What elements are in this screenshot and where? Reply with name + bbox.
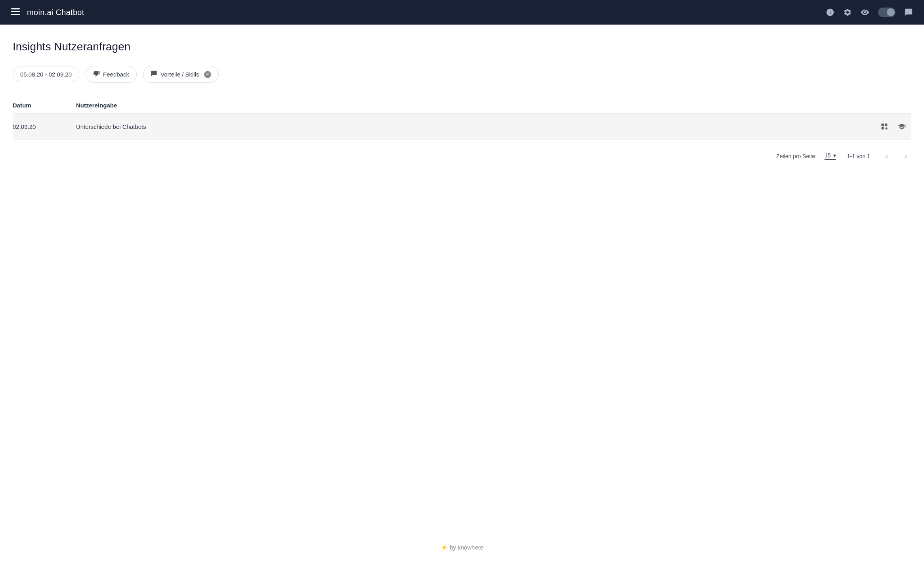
brand-title: moin.ai Chatbot [27,8,84,17]
feedback-label: Feedback [103,71,129,78]
footer: ⚡ by knowhere [0,536,924,563]
svg-rect-0 [11,8,20,10]
page-title: Insights Nutzeranfragen [13,40,911,53]
feedback-chip[interactable]: Feedback [86,66,137,83]
next-page-button[interactable]: › [900,151,911,162]
settings-icon[interactable] [843,8,852,17]
zeilen-dropdown-icon: ▾ [833,152,836,159]
table-header: Datum Nutzereingabe [13,99,911,114]
row-actions [878,120,911,133]
lightning-icon: ⚡ [441,544,448,551]
zeilen-pro-seite-label: Zeilen pro Seite: [776,153,817,159]
navbar-left: moin.ai Chatbot [11,7,84,17]
table-row: 02.09.20 Unterschiede bei Chatbots [13,114,911,140]
prev-page-button[interactable]: ‹ [881,151,892,162]
footer-text: by knowhere [450,544,483,551]
vorteile-skills-chip[interactable]: Vorteile / Skills ✕ [143,66,219,83]
date-range-chip[interactable]: 05.08.20 - 02.09.20 [13,67,79,82]
column-header-datum: Datum [13,102,76,109]
column-header-nutzereingabe: Nutzereingabe [76,102,911,109]
navbar: moin.ai Chatbot [0,0,924,25]
menu-icon[interactable] [11,7,20,17]
thumbs-down-icon [93,70,100,79]
vorteile-skills-close-icon[interactable]: ✕ [204,71,211,78]
vorteile-skills-label: Vorteile / Skills [160,71,199,78]
svg-rect-2 [11,14,20,15]
zeilen-value: 15 [825,152,831,159]
date-range-label: 05.08.20 - 02.09.20 [20,71,72,78]
svg-rect-4 [885,124,888,126]
data-table: Datum Nutzereingabe 02.09.20 Unterschied… [13,99,911,140]
svg-rect-5 [882,127,884,130]
toggle-switch[interactable] [878,8,895,17]
row-nutzereingabe: Unterschiede bei Chatbots [76,123,878,130]
main-content: Insights Nutzeranfragen 05.08.20 - 02.09… [0,25,924,536]
chat-icon[interactable] [904,8,913,17]
row-action-assign-icon[interactable] [878,120,891,133]
filter-row: 05.08.20 - 02.09.20 Feedback Vorteile / … [13,66,911,83]
zeilen-select[interactable]: 15 ▾ [825,152,836,160]
eye-icon[interactable] [861,8,869,17]
pagination-row: Zeilen pro Seite: 15 ▾ 1-1 von 1 ‹ › [13,140,911,168]
info-icon[interactable] [826,8,834,17]
row-action-learn-icon[interactable] [895,120,908,133]
toggle-knob [887,8,895,16]
page-info: 1-1 von 1 [847,153,870,159]
chat-bubble-icon [151,70,157,79]
svg-rect-3 [882,124,884,126]
svg-rect-1 [11,11,20,12]
navbar-right [826,8,913,17]
row-datum: 02.09.20 [13,123,76,130]
